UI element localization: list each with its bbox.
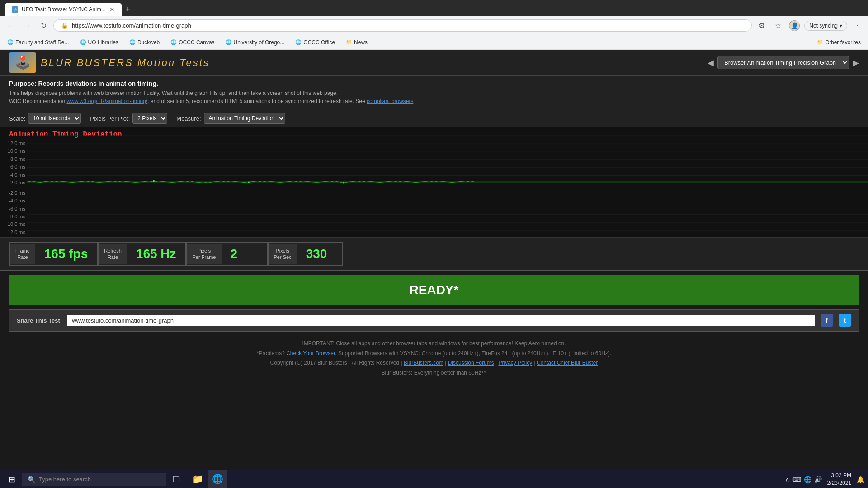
graph-area: Animation Timing Deviation 12.0 ms 10.0 … — [0, 127, 868, 238]
site-title-area: BLUR BUSTERS Motion Tests — [41, 57, 210, 69]
taskbar-apps: 📁 🌐 — [188, 470, 227, 488]
scale-select[interactable]: 10 milliseconds — [28, 113, 81, 124]
bookmark-office[interactable]: 🌐 OCCC Office — [292, 38, 338, 47]
bookmark-icon-5: 🌐 — [226, 39, 232, 46]
refresh-rate-stat: Refresh Rate 165 Hz — [98, 242, 186, 266]
start-icon: ⊞ — [9, 474, 15, 484]
bookmark-canvas[interactable]: 🌐 OCCC Canvas — [168, 38, 217, 47]
sound-icon[interactable]: 🔊 — [814, 476, 822, 483]
tab-title: UFO Test: Browser VSYNC Anim... — [22, 6, 106, 13]
bookmark-icon-3: 🌐 — [129, 39, 136, 46]
browser-chrome: 🛸 UFO Test: Browser VSYNC Anim... ✕ + ← … — [0, 0, 868, 50]
share-label: Share This Test! — [17, 317, 62, 324]
nav-prev-button[interactable]: ◀ — [708, 58, 714, 68]
url-bar[interactable]: 🔒 https://www.testufo.com/animation-time… — [53, 19, 752, 32]
task-view-icon: ❐ — [173, 474, 180, 484]
back-button[interactable]: ← — [5, 19, 17, 32]
forward-button[interactable]: → — [21, 19, 33, 32]
scale-control: Scale: 10 milliseconds — [9, 113, 81, 124]
pixels-per-sec-stat: Pixels Per Sec 330 — [268, 242, 343, 266]
discussion-forums-link[interactable]: Discussion Forums — [448, 360, 494, 366]
bookmark-oregon[interactable]: 🌐 University of Orego... — [223, 38, 288, 47]
y-label-12: 12.0 ms — [2, 141, 25, 146]
bookmark-libraries[interactable]: 🌐 UO Libraries — [77, 38, 121, 47]
taskbar-search[interactable]: 🔍 Type here to search — [22, 473, 166, 486]
network-icon[interactable]: 🌐 — [804, 476, 811, 483]
lock-icon: 🔒 — [61, 22, 68, 29]
tab-close-button[interactable]: ✕ — [109, 6, 115, 13]
start-button[interactable]: ⊞ — [4, 471, 20, 488]
clock[interactable]: 3:02 PM 2/23/2021 — [827, 472, 851, 487]
y-label-neg6: -6.0 ms — [2, 206, 25, 211]
ready-text: READY* — [410, 283, 459, 297]
footer-line1: IMPORTANT: Close all apps and other brow… — [9, 339, 859, 349]
scale-label: Scale: — [9, 115, 25, 122]
nav-next-button[interactable]: ▶ — [853, 58, 859, 68]
privacy-policy-link[interactable]: Privacy Policy — [499, 360, 533, 366]
y-label-neg10: -10.0 ms — [2, 221, 25, 227]
pixels-per-plot-control: Pixels Per Plot: 2 Pixels — [90, 113, 167, 124]
svg-text:🛸: 🛸 — [13, 8, 18, 12]
notification-bell-icon[interactable]: 🔔 — [857, 476, 864, 483]
active-tab[interactable]: 🛸 UFO Test: Browser VSYNC Anim... ✕ — [5, 3, 122, 16]
info-title: Purpose: Records deviations in animation… — [9, 80, 859, 87]
frame-rate-label: Frame Rate — [10, 244, 35, 264]
measure-select[interactable]: Animation Timing Deviation — [204, 113, 285, 124]
clock-date: 2/23/2021 — [827, 479, 851, 487]
file-explorer-icon: 📁 — [192, 474, 203, 484]
site-header: 🕹️ BLUR BUSTERS Motion Tests ◀ Browser A… — [0, 50, 868, 76]
refresh-rate-label: Refresh Rate — [99, 244, 127, 264]
chevron-up-icon[interactable]: ∧ — [785, 476, 789, 483]
y-label-6: 6.0 ms — [2, 164, 25, 169]
pixels-per-sec-label: Pixels Per Sec — [269, 244, 297, 264]
compliant-browsers-link[interactable]: compliant browsers — [367, 98, 413, 104]
browser-taskbar[interactable]: 🌐 — [208, 470, 227, 488]
footer-line4: Blur Busters: Everything better than 60H… — [9, 368, 859, 378]
bookmark-icon-2: 🌐 — [80, 39, 86, 46]
bookmarks-bar: 🌐 Faculty and Staff Re... 🌐 UO Libraries… — [0, 35, 868, 50]
bookmarks-button[interactable]: ☆ — [772, 19, 784, 32]
task-view-button[interactable]: ❐ — [168, 471, 184, 488]
browser-icon: 🌐 — [212, 474, 223, 484]
file-explorer-taskbar[interactable]: 📁 — [188, 470, 207, 488]
pixels-per-plot-label: Pixels Per Plot: — [90, 115, 130, 122]
twitter-share-button[interactable]: t — [839, 314, 851, 327]
site-name: BLUR BUSTERS Motion Tests — [41, 57, 210, 68]
share-url-input[interactable] — [67, 315, 815, 326]
measure-label: Measure: — [176, 115, 201, 122]
menu-button[interactable]: ⋮ — [851, 19, 863, 32]
w3c-link[interactable]: www.w3.org/TR/animation-timing/ — [66, 98, 147, 104]
facebook-share-button[interactable]: f — [821, 314, 833, 327]
pixels-per-frame-value: 2 — [222, 243, 267, 265]
bookmark-folder-icon: 📁 — [346, 39, 352, 46]
bookmark-other[interactable]: 📁 Other favorites — [814, 38, 863, 47]
sync-button[interactable]: Not syncing ▾ — [804, 21, 847, 31]
bookmark-duckweb[interactable]: 🌐 Duckweb — [127, 38, 162, 47]
frame-rate-value: 165 fps — [35, 243, 97, 265]
footer-line3: Copyright (C) 2017 Blur Busters - All Ri… — [9, 358, 859, 368]
pixels-per-plot-select[interactable]: 2 Pixels — [132, 113, 167, 124]
nav-selector: ◀ Browser Animation Timing Precision Gra… — [708, 56, 859, 69]
y-label-neg12: -12.0 ms — [2, 230, 25, 235]
taskbar-right: ∧ ⌨ 🌐 🔊 3:02 PM 2/23/2021 🔔 — [785, 472, 864, 487]
y-label-8: 8.0 ms — [2, 156, 25, 162]
blurbusters-link[interactable]: BlurBusters.com — [404, 360, 443, 366]
nav-select[interactable]: Browser Animation Timing Precision Graph — [717, 56, 849, 69]
y-label-neg4: -4.0 ms — [2, 198, 25, 203]
bookmark-faculty[interactable]: 🌐 Faculty and Staff Re... — [5, 38, 72, 47]
search-placeholder: Type here to search — [39, 476, 91, 483]
extensions-button[interactable]: ⚙ — [755, 19, 768, 32]
site-logo: 🕹️ — [9, 52, 36, 73]
profile-picture-button[interactable]: 👤 — [788, 19, 801, 32]
bookmark-news[interactable]: 📁 News — [343, 38, 370, 47]
tab-bar: 🛸 UFO Test: Browser VSYNC Anim... ✕ + — [0, 0, 868, 16]
check-browser-link[interactable]: Check Your Browser — [286, 350, 335, 357]
keyboard-icon[interactable]: ⌨ — [792, 476, 801, 483]
contact-link[interactable]: Contact Chief Blur Buster — [537, 360, 598, 366]
page-content: 🕹️ BLUR BUSTERS Motion Tests ◀ Browser A… — [0, 50, 868, 488]
y-label-2: 2.0 ms — [2, 180, 25, 185]
share-bar: Share This Test! f t — [9, 309, 859, 332]
bookmark-icon-4: 🌐 — [170, 39, 177, 46]
new-tab-button[interactable]: + — [122, 3, 134, 16]
refresh-button[interactable]: ↻ — [37, 19, 50, 32]
